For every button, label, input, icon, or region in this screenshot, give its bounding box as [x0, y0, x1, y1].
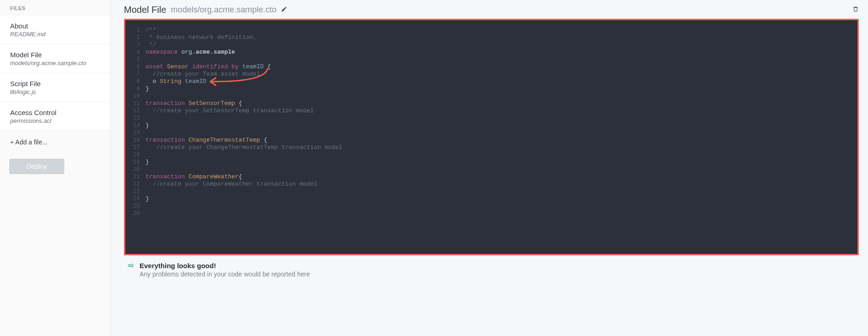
file-item-sub: permissions.acl [10, 117, 100, 124]
files-sidebar: FILES About README.md Model File models/… [0, 0, 110, 336]
file-item-title: About [10, 22, 100, 30]
editor-header: Model File models/org.acme.sample.cto [124, 0, 859, 19]
add-file-button[interactable]: + Add a file... [0, 131, 110, 153]
pencil-icon[interactable] [281, 6, 287, 14]
file-item-model[interactable]: Model File models/org.acme.sample.cto [0, 44, 110, 73]
editor-path: models/org.acme.sample.cto [171, 5, 276, 15]
file-item-title: Script File [10, 80, 100, 88]
status-subtitle: Any problems detected in your code would… [140, 270, 310, 278]
code-editor[interactable]: 1234567891011121314151617181920212223242… [124, 19, 859, 255]
files-header: FILES [0, 3, 110, 16]
main-panel: Model File models/org.acme.sample.cto 12… [110, 0, 868, 336]
trash-icon[interactable] [852, 6, 859, 15]
file-item-script[interactable]: Script File lib/logic.js [0, 73, 110, 102]
file-item-sub: lib/logic.js [10, 88, 100, 95]
file-item-sub: README.md [10, 31, 100, 38]
line-gutter: 1234567891011121314151617181920212223242… [125, 20, 144, 254]
status-bar: Everything looks good! Any problems dete… [124, 255, 859, 278]
code-content[interactable]: /** * business network definition. */nam… [144, 20, 857, 254]
file-item-acl[interactable]: Access Control permissions.acl [0, 102, 110, 131]
file-item-sub: models/org.acme.sample.cto [10, 60, 100, 66]
status-title: Everything looks good! [140, 262, 310, 270]
file-item-title: Model File [10, 51, 100, 59]
file-item-title: Access Control [10, 109, 100, 116]
deploy-button[interactable]: Deploy [9, 159, 64, 174]
editor-title: Model File [124, 5, 166, 15]
file-item-about[interactable]: About README.md [0, 16, 110, 44]
status-ok-icon [127, 262, 134, 270]
